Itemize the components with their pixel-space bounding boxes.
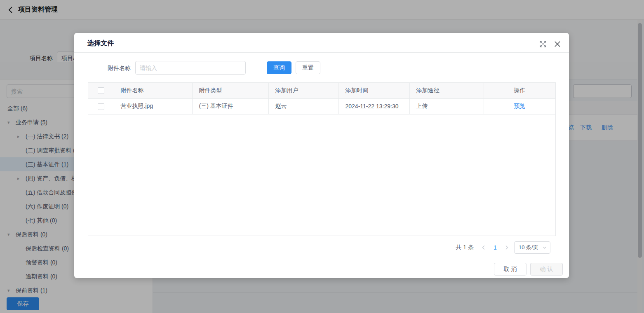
col-header-name: 附件名称 (114, 83, 192, 98)
fullscreen-icon[interactable] (539, 40, 547, 48)
confirm-button[interactable]: 确 认 (530, 263, 563, 276)
attachment-name-label: 附件名称 (106, 65, 131, 72)
col-header-action: 操作 (484, 83, 555, 98)
prev-page-icon[interactable] (479, 243, 488, 252)
page-number[interactable]: 1 (491, 244, 499, 251)
cell-added-time: 2024-11-22 13:29:30 (338, 98, 409, 114)
pagination-total: 共 1 条 (456, 244, 474, 251)
col-header-user: 添加用户 (268, 83, 338, 98)
row-checkbox[interactable] (98, 103, 104, 110)
select-file-modal: 选择文件 附件名称 查询 重置 (74, 33, 569, 278)
pagination: 共 1 条 1 10 条/页 (456, 241, 550, 254)
chevron-down-icon (543, 246, 547, 249)
reset-button[interactable]: 重置 (296, 61, 320, 74)
cell-attachment-name: 营业执照.jpg (114, 98, 192, 114)
page: 项目资料管理 项目名称 项目附件 全部 (6) ▾业务申请 (5) ▸(一) 法… (0, 0, 644, 313)
col-header-type: 附件类型 (192, 83, 268, 98)
page-size-select[interactable]: 10 条/页 (514, 241, 550, 254)
col-header-time: 添加时间 (338, 83, 409, 98)
table-header-row: 附件名称 附件类型 添加用户 添加时间 添加途径 操作 (88, 83, 555, 98)
close-icon[interactable] (554, 40, 561, 48)
preview-link[interactable]: 预览 (514, 103, 525, 109)
attachment-name-input[interactable] (135, 61, 246, 75)
modal-title: 选择文件 (87, 39, 114, 48)
cancel-button[interactable]: 取 消 (494, 263, 526, 276)
col-header-via: 添加途径 (409, 83, 484, 98)
cell-added-user: 赵云 (268, 98, 338, 114)
select-all-checkbox[interactable] (98, 87, 104, 94)
query-button[interactable]: 查询 (267, 61, 291, 74)
cell-attachment-type: (三) 基本证件 (192, 98, 268, 114)
next-page-icon[interactable] (503, 243, 511, 252)
modal-header: 选择文件 (74, 33, 569, 53)
attachment-table: 附件名称 附件类型 添加用户 添加时间 添加途径 操作 营业执照.jpg (三)… (88, 82, 556, 236)
cell-added-via: 上传 (409, 98, 484, 114)
table-row: 营业执照.jpg (三) 基本证件 赵云 2024-11-22 13:29:30… (88, 98, 555, 114)
